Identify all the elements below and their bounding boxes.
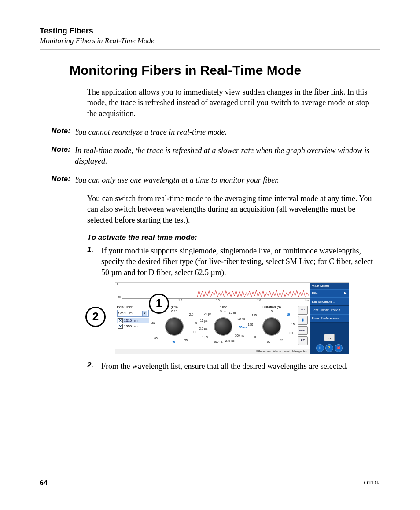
menu-item-label: Identification... xyxy=(312,300,335,304)
trace-y-axis: 5 -30 xyxy=(116,283,122,298)
wavelength-label: 1550 nm xyxy=(124,324,138,328)
step-text: From the wavelength list, ensure that al… xyxy=(101,361,376,371)
port-fiber-panel: Port/Fiber: SM/9 µm ▾ ✕ 1310 nm xyxy=(117,305,149,345)
auto-mode-icon[interactable]: AUTO xyxy=(298,326,308,335)
wavelength-label: 1310 nm xyxy=(124,319,138,323)
duration-dial[interactable]: Duration (s) 5 10 15 30 45 60 xyxy=(248,305,296,345)
menu-more-button[interactable]: ... xyxy=(324,334,335,341)
figure-wrap: 1 2 5 -30 xyxy=(87,282,376,354)
pulse-dial[interactable]: Pulse 5 ns 10 ns 30 ns 50 ns 100 ns 275 xyxy=(199,305,247,345)
duration-title: Duration (s) xyxy=(248,305,296,309)
menu-item-identification[interactable]: Identification... xyxy=(310,297,349,306)
note-3: Note: You can only use one wavelength at… xyxy=(40,175,380,185)
note-label: Note: xyxy=(40,175,75,185)
main-menu-title: Main Menu xyxy=(310,283,349,289)
intro-paragraph: The application allows you to immediatel… xyxy=(87,87,376,119)
note-2: Note: In real-time mode, the trace is re… xyxy=(40,145,380,167)
step-2: 2. From the wavelength list, ensure that… xyxy=(87,361,376,371)
menu-item-label: User Preferences... xyxy=(312,316,343,320)
heading-activate: To activate the real-time mode: xyxy=(87,233,376,242)
wavelength-item-1550[interactable]: ✕ 1550 nm xyxy=(117,323,149,329)
main-menu-panel: Main Menu File ▶ Identification... Test … xyxy=(310,283,349,354)
callout-2: 2 xyxy=(85,307,106,327)
trace-view-icon[interactable]: 〰 xyxy=(298,306,308,315)
pulse-knob[interactable] xyxy=(214,317,232,336)
note-text: In real-time mode, the trace is refreshe… xyxy=(75,145,380,167)
note-text: You cannot reanalyze a trace in real-tim… xyxy=(75,127,380,137)
close-icon[interactable]: ✖ xyxy=(335,344,343,352)
note-label: Note: xyxy=(40,127,75,137)
menu-item-test-config[interactable]: Test Configuration... xyxy=(310,306,349,314)
callout-1: 1 xyxy=(149,294,169,314)
menu-item-file[interactable]: File ▶ xyxy=(310,289,349,297)
note-label: Note: xyxy=(40,145,75,167)
help-icon[interactable]: ? xyxy=(325,344,333,352)
dropdown-arrow-icon[interactable]: ▾ xyxy=(142,311,147,316)
menu-item-user-prefs[interactable]: User Preferences... xyxy=(310,314,349,323)
step-1: 1. If your module supports singlemode, s… xyxy=(87,246,376,278)
menu-item-label: File xyxy=(312,291,318,295)
header-section: Monitoring Fibers in Real-Time Mode xyxy=(40,37,380,45)
port-fiber-value: SM/9 µm xyxy=(118,311,133,315)
duration-knob[interactable] xyxy=(262,317,281,336)
step-text: If your module supports singlemode, sing… xyxy=(101,246,376,278)
status-bar: Filename: Macrobend_Merge.trc xyxy=(115,349,310,354)
step-number: 2. xyxy=(87,361,101,371)
note-1: Note: You cannot reanalyze a trace in re… xyxy=(40,127,380,137)
pulse-title: Pulse xyxy=(199,305,247,309)
body-paragraph: You can switch from real-time mode to th… xyxy=(87,193,376,225)
header-chapter: Testing Fibers xyxy=(40,26,380,36)
chevron-right-icon: ▶ xyxy=(344,291,346,295)
note-text: You can only use one wavelength at a tim… xyxy=(75,175,380,185)
rt-mode-icon[interactable]: RT xyxy=(298,336,308,345)
otdr-screenshot: 5 -30 1.0 1.5 xyxy=(115,282,349,354)
page-number: 64 xyxy=(40,479,48,487)
trace-area: 5 -30 xyxy=(122,283,310,299)
step-number: 1. xyxy=(87,246,101,278)
footer-rule xyxy=(40,477,380,477)
page-title: Monitoring Fibers in Real-Time Mode xyxy=(70,63,380,78)
wavelength-item-1310[interactable]: ✕ 1310 nm xyxy=(117,318,149,323)
menu-item-label: Test Configuration... xyxy=(312,308,343,312)
footer-product: OTDR xyxy=(364,479,380,487)
port-fiber-select[interactable]: SM/9 µm ▾ xyxy=(117,310,149,317)
page-footer: 64 OTDR xyxy=(40,477,380,487)
port-fiber-label: Port/Fiber: xyxy=(117,305,149,309)
side-icon-column: 〰 ⬇ AUTO RT xyxy=(298,305,308,345)
range-knob[interactable] xyxy=(165,317,184,336)
checkbox-icon[interactable]: ✕ xyxy=(118,318,123,323)
download-icon[interactable]: ⬇ xyxy=(298,316,308,325)
wavelength-list: ✕ 1310 nm ✕ 1550 nm xyxy=(117,318,149,329)
info-icon[interactable]: i xyxy=(316,344,324,352)
checkbox-icon[interactable]: ✕ xyxy=(118,324,123,329)
header-rule xyxy=(40,49,380,50)
